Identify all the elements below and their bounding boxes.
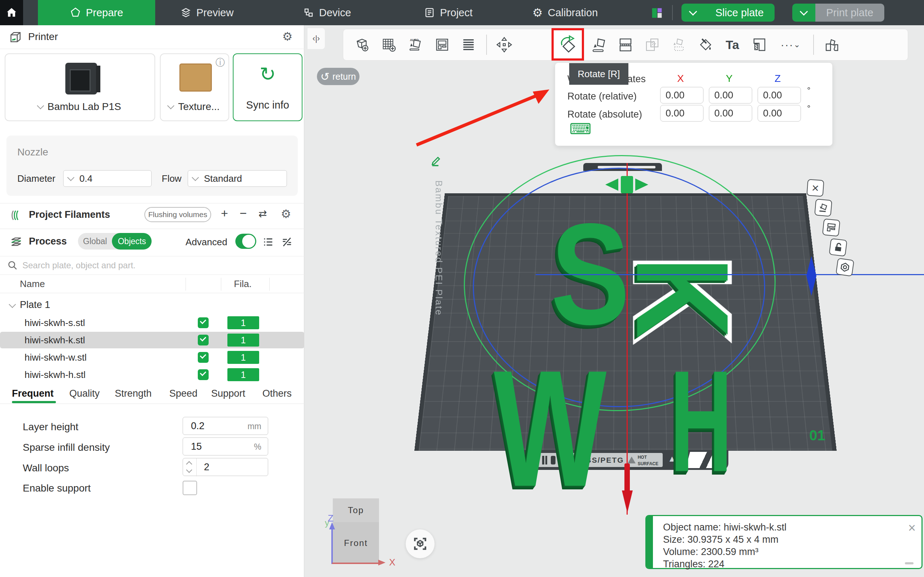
fit-view-button[interactable] [406, 529, 435, 558]
rotate-tool-highlighted[interactable] [551, 28, 584, 61]
print-dropdown[interactable] [792, 3, 815, 22]
tab-others[interactable]: Others [262, 388, 292, 399]
rotate-rel-x-input[interactable]: 0.00 [660, 87, 703, 103]
print-plate-button[interactable]: Print plate [792, 3, 884, 22]
tab-project[interactable]: Project [424, 0, 472, 25]
move-tool[interactable] [495, 35, 514, 54]
remove-filament-button[interactable]: − [240, 206, 247, 220]
filament-badge[interactable]: 1 [228, 368, 259, 381]
slice-dropdown[interactable] [682, 3, 704, 22]
return-button[interactable]: ↺ return [317, 68, 360, 85]
lay-on-face-tool[interactable] [590, 35, 608, 54]
print-checkbox[interactable] [198, 335, 208, 345]
keyboard-icon[interactable]: ⌨ [570, 122, 591, 136]
gizmo-y-arrow-right[interactable] [635, 179, 648, 191]
tab-preview[interactable]: Preview [181, 0, 234, 25]
filament-badge[interactable]: 1 [228, 316, 259, 329]
auto-orient-tool[interactable]: AUTO [406, 35, 425, 54]
split-to-objects-tool[interactable] [616, 35, 635, 54]
assembly-view-tool[interactable] [822, 35, 841, 54]
delete-plate-button[interactable]: × [806, 179, 824, 197]
merge-tool[interactable] [670, 35, 688, 54]
add-object-tool[interactable] [353, 35, 372, 54]
gizmo-y-handle[interactable] [621, 176, 633, 193]
param-list-icon[interactable] [262, 236, 274, 248]
diameter-select[interactable]: 0.4 [63, 170, 152, 187]
gizmo-y-arrow-left[interactable] [605, 179, 618, 191]
plate-row[interactable]: Plate 1 [0, 297, 304, 313]
object-row[interactable]: hiwi-skwh-s.stl 1 [0, 314, 304, 331]
object-row-selected[interactable]: hiwi-skwh-k.stl 1 [0, 332, 304, 348]
info-icon[interactable]: ⓘ [215, 56, 225, 69]
object-row[interactable]: hiwi-skwh-h.stl 1 [0, 366, 304, 383]
text-tool[interactable]: Ta [723, 35, 742, 54]
add-filament-button[interactable]: + [221, 206, 228, 220]
plate-type-select[interactable]: Texture... [161, 101, 228, 113]
view-cube-top-face[interactable]: Top [333, 498, 379, 522]
tab-calibration[interactable]: ⚙ Calibration [532, 0, 598, 25]
close-icon[interactable]: × [908, 521, 916, 535]
home-button[interactable] [0, 0, 23, 25]
print-checkbox[interactable] [198, 369, 208, 380]
rotate-abs-y-input[interactable]: 0.00 [709, 105, 752, 121]
compare-params-icon[interactable] [281, 236, 293, 248]
print-checkbox[interactable] [198, 318, 208, 328]
tab-prepare[interactable]: Prepare [38, 0, 155, 25]
more-tools-button[interactable]: ···⌄ [776, 35, 805, 54]
split-to-parts-tool[interactable] [643, 35, 662, 54]
wall-loops-stepper[interactable]: 2 [183, 458, 268, 476]
step-down-icon[interactable] [186, 467, 192, 473]
object-row[interactable]: hiwi-skwh-w.stl 1 [0, 349, 304, 366]
printer-card[interactable]: Bambu Lab P1S [5, 53, 155, 121]
filament-badge[interactable]: 1 [228, 351, 259, 364]
slice-plate-button[interactable]: Slice plate [682, 3, 775, 22]
rotate-rel-y-input[interactable]: 0.00 [709, 87, 752, 103]
seam-tool[interactable] [459, 35, 478, 54]
print-checkbox[interactable] [198, 352, 208, 363]
sync-info-card[interactable]: ↻ Sync info [233, 53, 302, 121]
printer-model-select[interactable]: Bambu Lab P1S [5, 101, 155, 113]
view-cube-front-face[interactable]: Front [333, 522, 379, 564]
step-up-icon[interactable] [186, 461, 192, 467]
model-letter-w[interactable]: W [494, 349, 607, 508]
layer-height-input[interactable]: 0.2 mm [183, 417, 268, 435]
filament-sync-icon[interactable]: ⇄ [258, 208, 267, 220]
color-paint-tool[interactable] [696, 35, 715, 54]
enable-support-checkbox[interactable] [183, 481, 197, 495]
search-input[interactable] [23, 258, 297, 273]
printer-settings-gear-icon[interactable]: ⚙ [282, 29, 293, 43]
infill-input[interactable]: 15 % [183, 437, 268, 456]
rotate-abs-z-input[interactable]: 0.00 [758, 105, 801, 121]
collapse-sidebar-handle[interactable]: ‹|› [307, 28, 325, 49]
arrange-plate-button[interactable] [822, 219, 841, 237]
scope-objects[interactable]: Objects [112, 233, 152, 250]
advanced-toggle[interactable] [235, 234, 256, 249]
rotate-rel-z-input[interactable]: 0.00 [758, 87, 801, 103]
model-letter-k-selected[interactable]: K K [594, 257, 749, 345]
filament-settings-gear-icon[interactable]: ⚙ [281, 207, 291, 221]
flow-select[interactable]: Standard [188, 170, 287, 187]
tab-support[interactable]: Support [211, 388, 246, 399]
tab-device[interactable]: Device [303, 0, 351, 25]
add-plate-tool[interactable] [380, 35, 398, 54]
plate-settings-button[interactable] [835, 258, 855, 277]
chevron-down-icon[interactable] [9, 301, 16, 308]
view-cube[interactable]: Top Front [333, 498, 379, 564]
flushing-volumes-button[interactable]: Flushing volumes [144, 207, 211, 222]
auto-orient-plate-button[interactable] [814, 199, 832, 217]
svg-shape-tool[interactable] [750, 35, 769, 54]
tab-quality[interactable]: Quality [69, 388, 100, 399]
filament-badge[interactable]: 1 [228, 334, 259, 347]
tab-strength[interactable]: Strength [115, 388, 152, 399]
process-scope-segmented[interactable]: Global Objects [78, 233, 147, 250]
tab-speed[interactable]: Speed [169, 388, 197, 399]
arrange-tool[interactable] [433, 35, 452, 54]
viewport-3d[interactable]: Bambu Textured PEI Plate S K K W H PLA/A… [305, 25, 924, 577]
lock-plate-button[interactable] [829, 238, 847, 256]
rotate-abs-x-input[interactable]: 0.00 [660, 105, 703, 121]
edit-pencil-icon[interactable] [430, 154, 443, 167]
stepper-arrows[interactable] [183, 458, 197, 476]
model-letter-h[interactable]: H [670, 353, 732, 490]
tab-frequent[interactable]: Frequent [12, 388, 54, 399]
scope-global[interactable]: Global [78, 237, 112, 246]
